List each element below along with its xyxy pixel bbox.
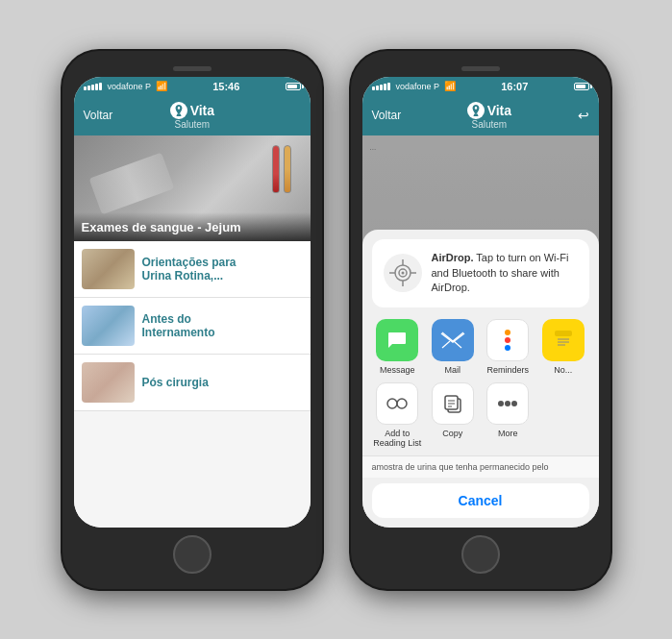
share-action-copy[interactable]: Copy — [428, 382, 478, 448]
battery-icon-1 — [286, 83, 301, 90]
share-icon[interactable]: ↩ — [578, 108, 589, 123]
phone-2: vodafone P 📶 16:07 Voltar — [351, 51, 610, 589]
vial-red — [272, 145, 280, 193]
svg-point-11 — [397, 399, 407, 408]
status-right-2 — [574, 83, 589, 90]
speaker-2 — [461, 66, 500, 71]
list-item-2[interactable]: Antes do Internamento — [74, 298, 311, 355]
nav-subtitle-1: Salutem — [175, 119, 211, 130]
home-button-1[interactable] — [173, 535, 212, 574]
carrier-2: vodafone P — [396, 82, 440, 91]
thumb-nurse — [82, 362, 135, 403]
screen-1: vodafone P 📶 15:46 Voltar — [74, 77, 311, 528]
wifi-icon-1: 📶 — [156, 81, 167, 91]
nav-title-1: Vita Salutem — [170, 102, 214, 130]
airdrop-text: AirDrop. Tap to turn on Wi-Fi and Blueto… — [432, 251, 578, 295]
thumb-hospital — [82, 306, 135, 346]
nav-logo-2: Vita — [467, 102, 511, 119]
status-bar-1: vodafone P 📶 15:46 — [74, 77, 311, 96]
hero-overlay-1: Exames de sangue - Jejum — [74, 212, 311, 241]
nav-bar-1: Voltar Vita Salutem — [74, 96, 311, 135]
svg-point-2 — [401, 272, 404, 275]
share-app-message[interactable]: Message — [372, 319, 422, 375]
list-text-3: Pós cirurgia — [142, 376, 303, 389]
status-bar-2: vodafone P 📶 16:07 — [362, 77, 599, 96]
reading-list-icon — [376, 382, 418, 425]
content-behind: ... — [362, 135, 599, 528]
status-right-1 — [286, 83, 301, 90]
svg-rect-6 — [555, 331, 572, 336]
message-icon — [376, 319, 418, 361]
cancel-button[interactable]: Cancel — [372, 483, 589, 518]
airdrop-icon — [384, 254, 422, 292]
screen-2: vodafone P 📶 16:07 Voltar — [362, 77, 599, 528]
hero-title-1: Exames de sangue - Jejum — [82, 220, 241, 234]
share-app-mail[interactable]: Mail — [428, 319, 478, 375]
nav-bar-2: Voltar Vita Salutem ↩ — [362, 96, 599, 135]
share-action-more[interactable]: More — [483, 382, 533, 448]
share-action-reading-list[interactable]: Add to Reading List — [372, 382, 422, 448]
back-button-1[interactable]: Voltar — [84, 109, 113, 122]
logo-text-2: Vita — [487, 103, 511, 118]
signal-dots-1 — [84, 83, 102, 90]
share-sheet: AirDrop. Tap to turn on Wi-Fi and Blueto… — [362, 135, 599, 528]
speaker-1 — [173, 66, 212, 71]
dot-orange — [505, 330, 510, 335]
vial-orange — [284, 145, 291, 193]
wifi-icon-2: 📶 — [444, 81, 456, 91]
svg-rect-13 — [445, 396, 458, 409]
list-item-1[interactable]: Orientações para Urina Rotina,... — [74, 241, 311, 298]
share-app-reminders[interactable]: Reminders — [483, 319, 533, 375]
svg-point-17 — [498, 401, 504, 406]
time-1: 15:46 — [212, 81, 239, 92]
status-left-1: vodafone P 📶 — [84, 81, 168, 91]
svg-point-18 — [505, 401, 510, 406]
notes-icon — [542, 319, 585, 361]
mail-label: Mail — [444, 365, 460, 375]
home-button-2[interactable] — [461, 535, 500, 574]
share-actions-row: Add to Reading List — [362, 379, 599, 455]
signal-dots-2 — [372, 83, 390, 90]
content-peek: amostra de urina que tenha permanecido p… — [362, 455, 599, 478]
status-left-2: vodafone P 📶 — [372, 81, 457, 91]
more-icon — [486, 382, 529, 425]
share-app-notes[interactable]: No... — [538, 319, 588, 375]
mail-icon — [432, 319, 474, 361]
content-peek-text: amostra de urina que tenha permanecido p… — [372, 462, 549, 472]
reminders-icon — [486, 319, 529, 361]
notes-label: No... — [554, 365, 572, 375]
battery-icon-2 — [574, 83, 589, 90]
nav-title-2: Vita Salutem — [467, 102, 511, 130]
nav-subtitle-2: Salutem — [472, 119, 508, 130]
dot-red — [505, 337, 510, 343]
vials-decoration — [272, 145, 291, 193]
airdrop-title: AirDrop. — [432, 252, 474, 263]
more-label: More — [498, 429, 518, 438]
time-2: 16:07 — [501, 81, 528, 92]
copy-label: Copy — [442, 429, 462, 438]
svg-point-19 — [511, 401, 517, 406]
nav-logo-1: Vita — [170, 102, 214, 119]
list-section-1: Orientações para Urina Rotina,... Antes … — [74, 241, 311, 528]
back-button-2[interactable]: Voltar — [372, 109, 402, 122]
list-item-3[interactable]: Pós cirurgia — [74, 355, 311, 411]
logo-icon-2 — [467, 102, 485, 119]
dot-blue — [505, 345, 510, 351]
share-apps-row: Message Mail — [362, 307, 599, 379]
thumb-urine — [82, 249, 135, 289]
message-label: Message — [380, 365, 415, 375]
hero-image-1: Exames de sangue - Jejum — [74, 135, 311, 241]
list-text-2: Antes do Internamento — [142, 312, 303, 339]
logo-icon-1 — [170, 102, 187, 119]
syringe-decoration — [88, 152, 174, 214]
reading-list-label: Add to Reading List — [373, 429, 421, 448]
logo-text-1: Vita — [190, 103, 214, 118]
reminders-dots — [497, 322, 518, 358]
list-text-1: Orientações para Urina Rotina,... — [142, 256, 303, 283]
airdrop-row: AirDrop. Tap to turn on Wi-Fi and Blueto… — [372, 239, 589, 307]
copy-icon — [432, 382, 474, 425]
svg-point-10 — [387, 399, 397, 408]
carrier-1: vodafone P — [108, 82, 152, 91]
reminders-label: Reminders — [486, 365, 529, 375]
share-panel: AirDrop. Tap to turn on Wi-Fi and Blueto… — [362, 230, 599, 527]
